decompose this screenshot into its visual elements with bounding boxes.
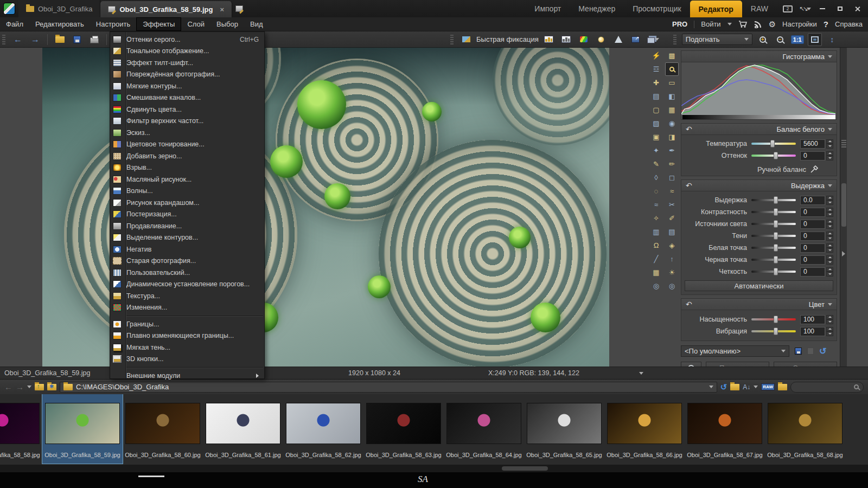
slider-value[interactable]: 0: [800, 255, 825, 265]
text-tool[interactable]: Ω: [649, 239, 663, 252]
picture-crop[interactable]: ▨: [649, 117, 663, 130]
layers[interactable]: ▩: [665, 49, 679, 62]
help-icon[interactable]: ?: [824, 20, 828, 29]
filmstrip-item[interactable]: Oboi_3D_Grafika_58_62.jpg: [283, 394, 363, 464]
effects-menu-item[interactable]: Негатив: [110, 243, 264, 255]
spin-up-button[interactable]: [826, 267, 833, 272]
effects-menu-item[interactable]: Смешивание каналов...: [110, 92, 264, 104]
menubar-item[interactable]: Файл: [0, 17, 29, 31]
spin-up-button[interactable]: [826, 243, 833, 248]
spin-down-button[interactable]: [826, 272, 833, 277]
spin-down-button[interactable]: [826, 200, 833, 205]
filmstrip-item[interactable]: Oboi_3D_Grafika_58_65.jpg: [524, 394, 604, 464]
module-tab-editor[interactable]: Редактор: [690, 1, 742, 17]
effects-menu-item[interactable]: Выделение контуров...: [110, 232, 264, 244]
transform[interactable]: ▢: [649, 103, 663, 117]
second-monitor-button[interactable]: 2: [780, 3, 795, 15]
magic-wand[interactable]: ✧: [649, 211, 663, 225]
nav-history-icon[interactable]: [27, 386, 31, 388]
close-button[interactable]: [850, 3, 865, 15]
effects-menu-item[interactable]: Цветовое тонирование...: [110, 139, 264, 151]
scrollbar-thumb[interactable]: [841, 183, 846, 227]
up-folder-button[interactable]: [35, 384, 44, 390]
panel-scrollbar[interactable]: [840, 48, 847, 367]
rect-selection[interactable]: ◻: [665, 171, 679, 184]
color-header[interactable]: ↶ Цвет: [681, 299, 837, 310]
effects-menu-item[interactable]: Продавливание...: [110, 220, 264, 232]
filmstrip-item[interactable]: Oboi_3D_Grafika_58_61.jpg: [203, 394, 283, 464]
auto-button[interactable]: Автоматически: [685, 280, 833, 291]
effects-menu-item[interactable]: Эскиз...: [110, 127, 264, 139]
spin-up-button[interactable]: [826, 196, 833, 201]
module-tab-manager[interactable]: Менеджер: [570, 0, 624, 17]
shapes-tool[interactable]: ◈: [665, 239, 679, 252]
open-button[interactable]: [53, 33, 67, 46]
login-button[interactable]: Войти: [701, 20, 720, 28]
exposure-header[interactable]: ↶ Выдержка: [681, 180, 837, 191]
spin-up-button[interactable]: [826, 315, 833, 320]
spin-down-button[interactable]: [826, 156, 833, 160]
menubar-item[interactable]: Выбор: [210, 17, 244, 31]
help-button[interactable]: Справка: [835, 20, 863, 28]
slider-thumb[interactable]: [774, 328, 778, 335]
sort-button[interactable]: A↓: [743, 383, 750, 391]
rss-icon[interactable]: [754, 21, 762, 28]
effects-menu-item[interactable]: Плавно изменяющиеся границы...: [110, 330, 264, 342]
effects-menu-item[interactable]: Динамическое установление порогов...: [110, 279, 264, 291]
clipboard-tool[interactable]: ▤: [665, 225, 679, 239]
quick-edits[interactable]: ⚡: [649, 49, 663, 62]
target-tool[interactable]: ◎: [665, 279, 679, 293]
resize-button[interactable]: [629, 33, 643, 46]
copy-settings-icon[interactable]: [807, 348, 814, 355]
sort-dropdown-icon[interactable]: [754, 386, 758, 388]
spiral-filter[interactable]: ◎: [649, 279, 663, 293]
slider-thumb[interactable]: [774, 316, 778, 323]
spin-up-button[interactable]: [826, 220, 833, 224]
panel-grip[interactable]: [841, 140, 846, 147]
effects-menu-item[interactable]: Изменения...: [110, 302, 264, 314]
effects-menu-item[interactable]: Пользовательский...: [110, 267, 264, 279]
slider-track[interactable]: [751, 155, 796, 157]
zoom-in-button[interactable]: +: [756, 33, 770, 46]
search-input[interactable]: [795, 383, 854, 391]
freehand-selection[interactable]: ≈: [649, 198, 663, 211]
clone-stamp[interactable]: ▣: [649, 130, 663, 144]
fit-height-button[interactable]: ↕: [825, 33, 839, 46]
spin-up-button[interactable]: [826, 232, 833, 236]
airbrush[interactable]: ✏: [665, 157, 679, 171]
minimize-button[interactable]: [815, 3, 830, 15]
arrow-tool[interactable]: ↑: [665, 252, 679, 266]
slider-track[interactable]: [751, 211, 796, 213]
effects-menu-item[interactable]: Границы...: [110, 318, 264, 330]
menubar-item[interactable]: Вид: [244, 17, 269, 31]
slider-thumb[interactable]: [774, 256, 778, 264]
reset-icon[interactable]: ↺: [819, 346, 826, 356]
filmstrip-item[interactable]: Oboi_3D_Grafika_58_66.jpg: [604, 394, 685, 464]
pen-tool[interactable]: ✒: [665, 144, 679, 157]
line-tool[interactable]: ╱: [649, 252, 663, 266]
collapse-panel-icon[interactable]: [842, 251, 845, 256]
effects-dropdown-button[interactable]: [646, 33, 660, 46]
folder-tab[interactable]: Oboi_3D_Grafika: [18, 0, 100, 17]
spin-down-button[interactable]: [826, 224, 833, 229]
effects-menu-item[interactable]: Добавить зерно...: [110, 150, 264, 162]
address-dropdown-icon[interactable]: [709, 386, 713, 388]
sun-flare[interactable]: ☀: [665, 266, 679, 279]
filmstrip-item[interactable]: Oboi_3D_Grafika_58_59.jpg: [42, 394, 123, 464]
ellipse-selection[interactable]: ◌: [649, 184, 663, 198]
cart-icon[interactable]: [738, 20, 748, 28]
slider-value[interactable]: 0: [800, 151, 825, 160]
zoom-mode-select[interactable]: Подогнать: [682, 34, 752, 45]
login-chevron-icon[interactable]: [727, 23, 732, 25]
slider-track[interactable]: [751, 143, 796, 145]
nav-back-button[interactable]: ←: [4, 382, 12, 391]
slider-thumb[interactable]: [774, 232, 778, 240]
effects-menu-item[interactable]: Тональное отображение...: [110, 46, 264, 57]
undo-icon[interactable]: ↶: [686, 181, 692, 190]
nav-forward-button[interactable]: →: [16, 382, 24, 391]
levels[interactable]: ☲: [649, 62, 663, 76]
histogram-header[interactable]: Гистограмма: [681, 51, 837, 62]
favorites-folder-button[interactable]: [47, 384, 56, 390]
tilt-shift-tool[interactable]: ▦: [649, 266, 663, 279]
effects-menu-item[interactable]: Сдвинуть цвета...: [110, 104, 264, 115]
